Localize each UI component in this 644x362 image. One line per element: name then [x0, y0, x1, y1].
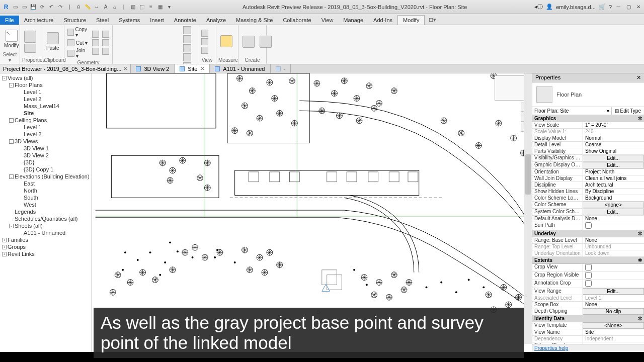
maximize-icon[interactable]: ▢ [625, 4, 632, 11]
property-row[interactable]: Detail LevelCoarse [532, 142, 644, 148]
close-icon[interactable]: ✕ [200, 66, 204, 71]
redo-icon[interactable]: ↷ [56, 3, 64, 11]
tab-addins[interactable]: Add-Ins [368, 16, 397, 25]
tree-item[interactable]: -Sheets (all) [0, 222, 92, 229]
property-row[interactable]: Crop View [532, 264, 644, 272]
tree-item[interactable]: {3D} [0, 159, 92, 166]
tree-item[interactable]: {3D} Copy 1 [0, 166, 92, 173]
measure-button[interactable] [218, 34, 234, 49]
cart-icon[interactable]: 🛒 [599, 4, 606, 10]
property-section-header[interactable]: Graphics✲ [532, 115, 644, 122]
minimize-icon[interactable]: ─ [615, 4, 622, 11]
property-row[interactable]: Depth ClippingNo clip [532, 308, 644, 315]
open-icon[interactable]: ▭ [11, 3, 19, 11]
tab-systems[interactable]: Systems [114, 16, 145, 25]
close-icon[interactable]: ✕ [635, 4, 642, 11]
geom-tool[interactable] [101, 30, 110, 38]
properties-help-link[interactable]: Properties help [532, 344, 644, 352]
geom-tool[interactable] [101, 47, 110, 55]
create-button2[interactable] [258, 35, 274, 49]
tree-item[interactable]: Legends [0, 208, 92, 215]
geom-tool[interactable] [91, 30, 100, 38]
close-icon[interactable]: ✕ [123, 66, 127, 71]
property-row[interactable]: Underlay OrientationLook down [532, 250, 644, 257]
tree-item[interactable]: West [0, 201, 92, 208]
geom-tool[interactable] [91, 39, 100, 47]
property-row[interactable]: Scope BoxNone [532, 302, 644, 308]
properties-grid[interactable]: Graphics✲View Scale1" = 20'-0"Scale Valu… [532, 115, 644, 344]
tab-architecture[interactable]: Architecture [19, 16, 59, 25]
property-row[interactable]: Parts VisibilityShow Original [532, 148, 644, 155]
tree-item[interactable]: Schedules/Quantities (all) [0, 215, 92, 222]
tab-analyze[interactable]: Analyze [201, 16, 231, 25]
doc-tab-3dview2[interactable]: 3D View 2 [131, 64, 175, 73]
property-row[interactable]: Color Scheme<none> [532, 202, 644, 209]
project-browser-tab[interactable]: Project Browser - 2019_08_05_3-Box-Build… [0, 64, 131, 73]
paste-button[interactable]: Paste [44, 31, 61, 52]
tab-annotate[interactable]: Annotate [169, 16, 201, 25]
tab-steel[interactable]: Steel [91, 16, 114, 25]
tree-item[interactable]: -Views (all) [0, 74, 92, 81]
tree-item[interactable]: Level 2 [0, 96, 92, 103]
tree-item[interactable]: North [0, 187, 92, 194]
tool-icon[interactable] [183, 35, 191, 43]
create-button[interactable] [240, 35, 257, 49]
help-icon[interactable]: ? [609, 4, 612, 10]
tree-item[interactable]: -Floor Plans [0, 81, 92, 88]
app-r-icon[interactable]: R [2, 3, 10, 11]
property-row[interactable]: Visibility/Graphics Overrid...Edit... [532, 155, 644, 162]
thin-icon[interactable]: ≡ [147, 3, 155, 11]
scrollbar-thumb[interactable] [525, 154, 531, 195]
property-section-header[interactable]: Identity Data✲ [532, 315, 644, 322]
tree-item[interactable]: A101 - Unnamed [0, 229, 92, 236]
property-row[interactable]: System Color SchemesEdit... [532, 209, 644, 216]
info-icon[interactable]: ◂ⓘ [534, 3, 543, 11]
view-tool[interactable] [200, 38, 209, 46]
property-row[interactable]: Range: Top LevelUnbounded [532, 244, 644, 250]
properties-button[interactable] [22, 30, 38, 54]
tree-item[interactable]: +Groups [0, 243, 92, 250]
property-row[interactable]: DependencyIndependent [532, 336, 644, 342]
tree-item[interactable]: Site [0, 110, 92, 117]
geom-tool[interactable] [91, 47, 100, 55]
project-browser[interactable]: -Views (all)-Floor PlansLevel 1Level 2Ma… [0, 73, 92, 352]
cut-button[interactable]: Cut ▾ [66, 39, 90, 47]
switch-icon[interactable]: ▾ [165, 3, 173, 11]
instance-selector[interactable]: Floor Plan: Site▾ [532, 107, 612, 115]
measure-icon[interactable]: 📏 [84, 3, 92, 11]
property-section-header[interactable]: Underlay✲ [532, 230, 644, 237]
tree-item[interactable]: -Elevations (Building Elevation) [0, 173, 92, 180]
property-row[interactable]: Crop Region Visible [532, 272, 644, 280]
sync-icon[interactable]: ⟳ [38, 3, 46, 11]
undo-icon[interactable]: ↶ [47, 3, 55, 11]
tab-insert[interactable]: Insert [145, 16, 169, 25]
property-row[interactable]: View RangeEdit... [532, 288, 644, 295]
property-row[interactable]: OrientationProject North [532, 169, 644, 175]
edit-type-button[interactable]: ⊞ Edit Type [612, 107, 644, 115]
tree-item[interactable]: 3D View 1 [0, 145, 92, 152]
geom-tool[interactable] [101, 39, 110, 47]
save-icon[interactable]: 💾 [29, 3, 37, 11]
tab-extra[interactable]: ⊡▾ [425, 15, 440, 25]
property-row[interactable]: Wall Join DisplayClean all wall joins [532, 175, 644, 182]
property-row[interactable]: Associated LevelLevel 1 [532, 295, 644, 302]
vertical-scrollbar[interactable] [524, 73, 532, 344]
property-row[interactable]: View Scale1" = 20'-0" [532, 122, 644, 129]
tool-icon[interactable] [183, 26, 191, 34]
doc-tab-site[interactable]: Site✕ [175, 64, 210, 73]
property-row[interactable]: Sun Path [532, 222, 644, 230]
property-row[interactable]: Color Scheme LocationBackground [532, 195, 644, 202]
section-icon[interactable]: ⬚ [138, 3, 146, 11]
new-icon[interactable]: ▭ [20, 3, 28, 11]
view-tool[interactable] [200, 46, 209, 54]
tab-structure[interactable]: Structure [58, 16, 91, 25]
tree-item[interactable]: 3D View 2 [0, 152, 92, 159]
dim-icon[interactable]: ↔ [93, 3, 101, 11]
tree-item[interactable]: Mass_Level14 [0, 103, 92, 110]
tree-item[interactable]: Level 2 [0, 131, 92, 138]
tree-item[interactable]: East [0, 180, 92, 187]
tab-file[interactable]: File [0, 16, 19, 25]
property-section-header[interactable]: Extents✲ [532, 257, 644, 264]
property-row[interactable]: Default Analysis Display S...None [532, 216, 644, 222]
tab-collaborate[interactable]: Collaborate [278, 16, 316, 25]
